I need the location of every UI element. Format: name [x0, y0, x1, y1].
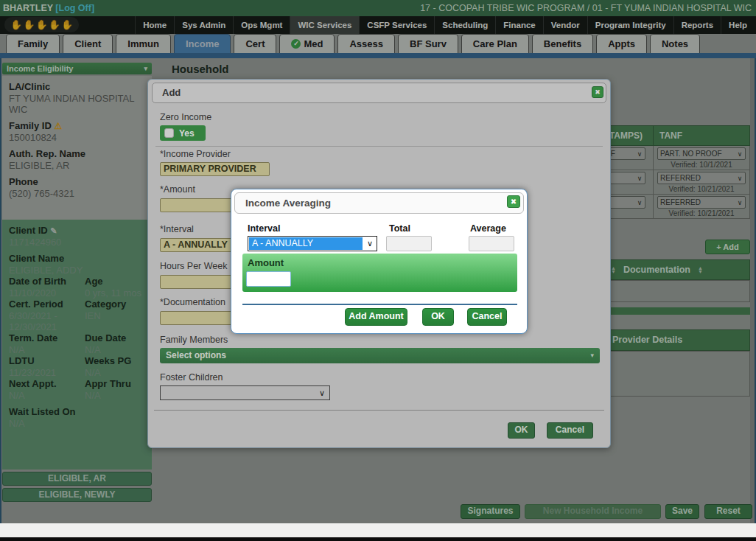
divider	[242, 304, 517, 305]
income-averaging-dialog: Income Averaging ✖ Interval Total Averag…	[231, 189, 528, 334]
cancel-button[interactable]: Cancel	[467, 308, 507, 326]
total-label: Total	[389, 223, 410, 234]
add-amount-button[interactable]: Add Amount	[345, 308, 407, 326]
total-field	[386, 236, 432, 251]
chevron-down-icon: ∨	[363, 237, 377, 251]
ok-button[interactable]: OK	[422, 308, 454, 326]
amount-label: Amount	[248, 257, 284, 268]
selected-option: A - ANNUALLY	[249, 237, 363, 250]
dialog-title-bar[interactable]: Income Averaging	[234, 192, 524, 214]
interval-select[interactable]: A - ANNUALLY ∨	[248, 236, 377, 251]
average-label: Average	[470, 223, 506, 234]
bottom-bar	[0, 537, 756, 541]
average-field	[469, 236, 514, 251]
app-window: BHARTLEY [Log Off] 17 - COCOPAH TRIBE WI…	[0, 0, 756, 541]
amount-input[interactable]	[246, 271, 291, 287]
amount-entry-panel: Amount	[242, 254, 517, 292]
interval-label: Interval	[248, 223, 280, 234]
close-icon[interactable]: ✖	[507, 195, 520, 208]
browser-footer-strip	[0, 523, 756, 537]
